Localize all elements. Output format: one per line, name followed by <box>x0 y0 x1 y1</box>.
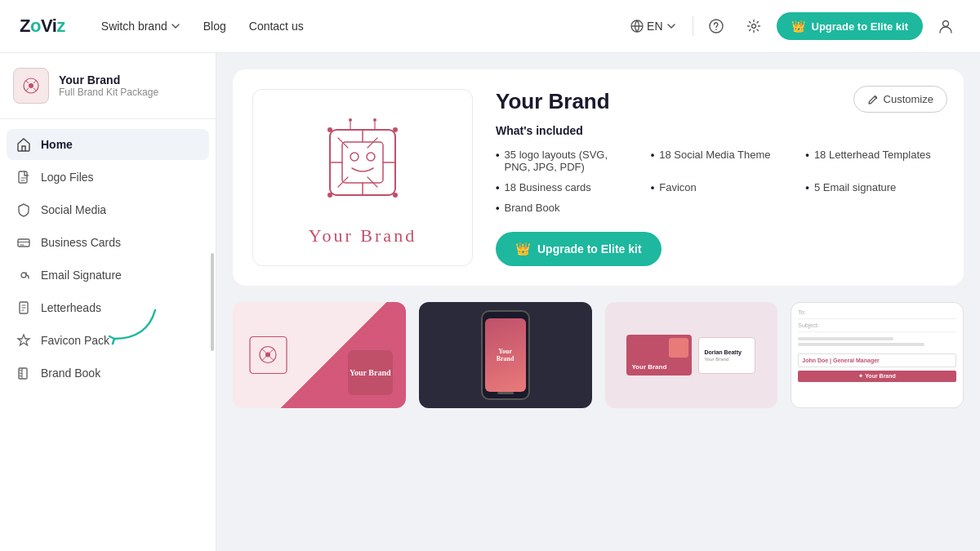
brand-details: Your Brand What's included •35 logo layo… <box>496 89 944 266</box>
sidebar: Your Brand Full Brand Kit Package Home L… <box>0 53 216 551</box>
svg-point-2 <box>751 24 755 29</box>
svg-point-14 <box>327 127 332 132</box>
settings-button[interactable] <box>739 11 768 41</box>
sidebar-nav: Home Logo Files Social Media Business Ca… <box>0 119 216 400</box>
sidebar-item-home[interactable]: Home <box>7 129 209 160</box>
contact-link[interactable]: Contact us <box>239 13 314 39</box>
sidebar-item-logo-files[interactable]: Logo Files <box>7 162 209 193</box>
switch-brand-button[interactable]: Switch brand <box>91 13 190 39</box>
logo-text: ZoViz <box>20 16 65 37</box>
svg-point-12 <box>350 153 359 161</box>
svg-point-3 <box>943 21 949 27</box>
svg-rect-7 <box>18 239 29 247</box>
sidebar-item-business-cards[interactable]: Business Cards <box>7 227 209 258</box>
feature-item: •Brand Book <box>496 202 635 214</box>
feature-item: •Favicon <box>651 181 790 193</box>
help-icon <box>709 19 724 33</box>
feature-item: •18 Social Media Theme <box>651 149 790 173</box>
feature-item: •18 Letterhead Templates <box>805 149 944 173</box>
file-icon <box>16 170 31 184</box>
scroll-indicator <box>211 253 214 351</box>
upgrade-button[interactable]: 👑 Upgrade to Elite kit <box>777 12 923 40</box>
upgrade-elite-kit-button[interactable]: 👑 Upgrade to Elite kit <box>496 232 662 266</box>
chevron-down-icon <box>666 21 676 31</box>
brand-logo-preview: Your Brand <box>252 89 473 266</box>
language-button[interactable]: EN <box>622 15 684 38</box>
at-icon <box>16 268 31 282</box>
edit-icon <box>867 94 879 105</box>
brand-logo-name: Your Brand <box>309 225 416 247</box>
brand-name: Your Brand <box>59 73 158 87</box>
whats-included-label: What's included <box>496 124 944 137</box>
svg-point-21 <box>373 118 376 122</box>
svg-point-17 <box>393 193 398 198</box>
sidebar-item-favicon-pack[interactable]: Favicon Pack <box>7 325 209 356</box>
feature-item: •18 Business cards <box>496 181 635 193</box>
card-icon <box>16 235 31 250</box>
vertical-divider <box>693 16 693 36</box>
gear-icon <box>746 19 761 33</box>
svg-point-13 <box>367 153 375 161</box>
svg-rect-6 <box>19 171 27 183</box>
brand-logo-small <box>17 72 45 100</box>
svg-point-16 <box>327 193 332 198</box>
star-icon <box>16 333 31 348</box>
crown-icon: 👑 <box>515 242 531 256</box>
header: ZoViz Switch brand Blog Contact us EN 👑 … <box>0 0 980 53</box>
blog-link[interactable]: Blog <box>194 13 236 39</box>
sidebar-item-letterheads[interactable]: Letterheads <box>7 292 209 323</box>
thumbnail-business-card[interactable]: Your Brand Dorian Beatty Your Brand <box>605 302 778 408</box>
sidebar-item-social-media[interactable]: Social Media <box>7 194 209 225</box>
svg-point-15 <box>393 127 398 132</box>
globe-icon <box>630 20 644 33</box>
home-icon <box>16 137 31 152</box>
brand-avatar <box>13 68 49 104</box>
brand-info-card: Your Brand Your Brand What's included •3… <box>233 69 964 286</box>
main-nav: Switch brand Blog Contact us <box>91 13 314 39</box>
thumbnail-logo[interactable]: Your Brand <box>233 302 406 408</box>
help-button[interactable] <box>702 11 731 41</box>
brand-package: Full Brand Kit Package <box>59 87 158 98</box>
brand-info: Your Brand Full Brand Kit Package <box>0 53 216 119</box>
user-icon <box>938 18 954 34</box>
features-grid: •35 logo layouts (SVG, PNG, JPG, PDF) •1… <box>496 149 944 214</box>
feature-item: •35 logo layouts (SVG, PNG, JPG, PDF) <box>496 149 635 173</box>
svg-point-5 <box>29 83 33 88</box>
feature-item: •5 Email signature <box>805 181 944 193</box>
thumbnails-row: Your Brand YourBrand Your Brand <box>233 302 964 408</box>
svg-rect-11 <box>342 142 383 183</box>
thumbnail-letterhead[interactable]: To: Subject: John Doe | General Manager … <box>791 302 964 408</box>
logo[interactable]: ZoViz <box>20 16 65 37</box>
svg-point-19 <box>349 118 352 122</box>
svg-point-8 <box>21 273 26 278</box>
app-layout: Your Brand Full Brand Kit Package Home L… <box>0 53 980 551</box>
user-profile-button[interactable] <box>931 11 960 41</box>
brand-logo-large <box>310 109 416 216</box>
sidebar-item-brand-book[interactable]: Brand Book <box>7 358 209 389</box>
document-icon <box>16 300 31 315</box>
chevron-down-icon <box>171 21 180 31</box>
customize-button[interactable]: Customize <box>853 86 947 113</box>
sidebar-item-email-signature[interactable]: Email Signature <box>7 260 209 291</box>
shield-icon <box>16 202 31 217</box>
book-icon <box>16 366 31 380</box>
svg-point-24 <box>265 353 270 358</box>
thumbnail-social[interactable]: YourBrand <box>419 302 592 408</box>
main-content: Your Brand Your Brand What's included •3… <box>216 53 980 551</box>
header-right: EN 👑 Upgrade to Elite kit <box>622 11 960 41</box>
